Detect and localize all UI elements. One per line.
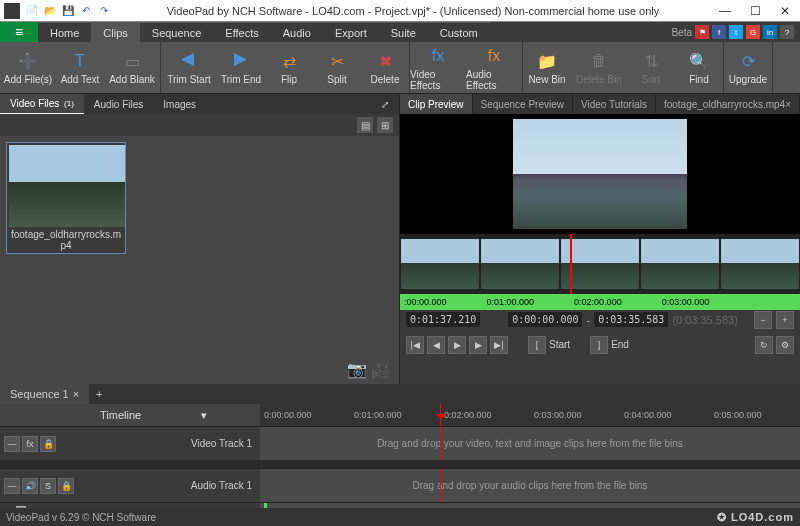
find-icon: 🔍 [688, 50, 710, 72]
set-out-button[interactable]: ] [590, 336, 608, 354]
clip-filmstrip[interactable] [400, 234, 800, 294]
bin-tab-images[interactable]: Images [153, 94, 206, 114]
twitter-icon[interactable]: t [729, 25, 743, 39]
track-lock-button[interactable]: 🔒 [40, 436, 56, 452]
ribbon-tabbar: ≡ Home Clips Sequence Effects Audio Expo… [0, 22, 800, 42]
maximize-button[interactable]: ☐ [740, 0, 770, 22]
camcorder-icon[interactable]: 🎥 [371, 360, 391, 378]
video-effects-button[interactable]: fxVideo Effects [410, 42, 466, 93]
trim-end-button[interactable]: ⯈Trim End [217, 42, 265, 93]
qat-open-icon[interactable]: 📂 [42, 3, 58, 19]
tab-suite[interactable]: Suite [379, 22, 428, 42]
goto-start-button[interactable]: |◀ [406, 336, 424, 354]
set-in-button[interactable]: [ [528, 336, 546, 354]
split-button[interactable]: ✂Split [313, 42, 361, 93]
preview-tab-tutorials[interactable]: Video Tutorials [573, 94, 656, 114]
find-button[interactable]: 🔍Find [675, 42, 723, 93]
bin-view-grid-icon[interactable]: ⊞ [377, 117, 393, 133]
current-timecode[interactable]: 0:01:37.210 [406, 312, 480, 327]
preview-viewport[interactable] [400, 114, 800, 234]
zoom-in-icon[interactable]: + [776, 311, 794, 329]
beta-label: Beta [671, 27, 692, 38]
tab-clips[interactable]: Clips [91, 22, 139, 42]
snapshot-icon[interactable]: 📷 [347, 360, 367, 378]
tab-custom[interactable]: Custom [428, 22, 490, 42]
preview-tab-sequence[interactable]: Sequence Preview [473, 94, 573, 114]
qat-new-icon[interactable]: 📄 [24, 3, 40, 19]
timeline-playhead[interactable] [440, 404, 441, 426]
goto-end-button[interactable]: ▶| [490, 336, 508, 354]
filmstrip-thumb [721, 239, 799, 289]
upgrade-icon: ⟳ [737, 50, 759, 72]
track-collapse-button[interactable]: — [4, 436, 20, 452]
bin-tab-audio[interactable]: Audio Files [84, 94, 153, 114]
add-text-button[interactable]: TAdd Text [56, 42, 104, 93]
flip-button[interactable]: ⇄Flip [265, 42, 313, 93]
trim-start-button[interactable]: ⯇Trim Start [161, 42, 217, 93]
qat-redo-icon[interactable]: ↷ [96, 3, 112, 19]
app-menu-button[interactable]: ≡ [0, 22, 38, 42]
add-file-s--button[interactable]: ➕Add File(s) [0, 42, 56, 93]
tab-sequence[interactable]: Sequence [140, 22, 214, 42]
bin-content[interactable]: footage_oldharryrocks.mp4 📷 🎥 [0, 136, 399, 384]
preview-tab-clip[interactable]: Clip Preview [400, 94, 473, 114]
timeline-panel: Timeline▾ 0:00:00.000 0:01:00.000 0:02:0… [0, 404, 800, 520]
bin-toolbar: ▤ ⊞ [0, 114, 399, 136]
flag-icon[interactable]: ⚑ [695, 25, 709, 39]
out-label: End [611, 339, 629, 350]
clip-thumbnail [9, 145, 125, 227]
tab-audio[interactable]: Audio [271, 22, 323, 42]
split-icon: ✂ [326, 50, 348, 72]
clip-item[interactable]: footage_oldharryrocks.mp4 [6, 142, 126, 254]
close-button[interactable]: ✕ [770, 0, 800, 22]
new-bin-button[interactable]: 📁New Bin [523, 42, 571, 93]
settings-icon[interactable]: ⚙ [776, 336, 794, 354]
help-icon[interactable]: ? [780, 25, 794, 39]
timeline-mode-selector[interactable]: Timeline▾ [0, 404, 260, 426]
in-timecode[interactable]: 0:00:00.000 [508, 312, 582, 327]
delete-button[interactable]: ✖Delete [361, 42, 409, 93]
playhead-line [440, 427, 441, 460]
sequence-tab[interactable]: Sequence 1 × [0, 384, 89, 404]
audio-effects-button[interactable]: fxAudio Effects [466, 42, 522, 93]
zoom-out-icon[interactable]: − [754, 311, 772, 329]
upgrade-button[interactable]: ⟳Upgrade [724, 42, 772, 93]
audio-track: — 🔊 S 🔒 Audio Track 1 Drag and drop your… [0, 468, 800, 502]
qat-undo-icon[interactable]: ↶ [78, 3, 94, 19]
filmstrip-timecode-bar: :00:00.000 0:01:00.000 0:02:00.000 0:03:… [400, 294, 800, 310]
add-blank-button[interactable]: ▭Add Blank [104, 42, 160, 93]
step-back-button[interactable]: ◀ [427, 336, 445, 354]
video-track-label: Video Track 1 [191, 438, 260, 449]
bin-view-list-icon[interactable]: ▤ [357, 117, 373, 133]
track-solo-button[interactable]: S [40, 478, 56, 494]
timeline-ruler[interactable]: 0:00:00.000 0:01:00.000 0:02:00.000 0:03… [260, 404, 800, 426]
track-fx-button[interactable]: fx [22, 436, 38, 452]
out-timecode[interactable]: 0:03:35.583 [594, 312, 668, 327]
play-button[interactable]: ▶ [448, 336, 466, 354]
facebook-icon[interactable]: f [712, 25, 726, 39]
tab-export[interactable]: Export [323, 22, 379, 42]
bin-tab-video[interactable]: Video Files (1) [0, 94, 84, 114]
audio-track-lane[interactable]: Drag and drop your audio clips here from… [260, 469, 800, 502]
delete-bin-icon: 🗑 [588, 50, 610, 72]
video-track-lane[interactable]: Drag and drop your video, text and image… [260, 427, 800, 460]
track-mute-button[interactable]: 🔊 [22, 478, 38, 494]
tab-home[interactable]: Home [38, 22, 91, 42]
bin-undock-icon[interactable]: ⤢ [371, 94, 399, 114]
audio-effects-icon: fx [483, 45, 505, 67]
step-fwd-button[interactable]: ▶ [469, 336, 487, 354]
loop-button[interactable]: ↻ [755, 336, 773, 354]
minimize-button[interactable]: — [710, 0, 740, 22]
qat-save-icon[interactable]: 💾 [60, 3, 76, 19]
track-collapse-button[interactable]: — [4, 478, 20, 494]
timeline-header: Timeline▾ 0:00:00.000 0:01:00.000 0:02:0… [0, 404, 800, 426]
filmstrip-playhead[interactable] [570, 234, 572, 294]
filmstrip-thumb [401, 239, 479, 289]
linkedin-icon[interactable]: in [763, 25, 777, 39]
status-bar: VideoPad v 6.29 © NCH Software ✪ LO4D.co… [0, 508, 800, 526]
google-plus-icon[interactable]: G [746, 25, 760, 39]
tab-effects[interactable]: Effects [213, 22, 270, 42]
add-sequence-button[interactable]: + [89, 384, 109, 404]
preview-tab-file[interactable]: footage_oldharryrocks.mp4 × [656, 94, 800, 114]
track-lock-button[interactable]: 🔒 [58, 478, 74, 494]
